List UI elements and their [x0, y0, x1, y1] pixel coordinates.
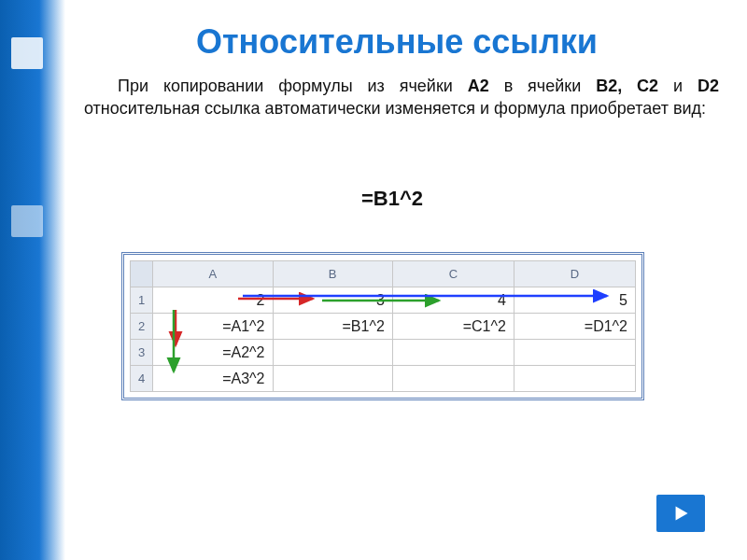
slide: Относительные ссылки При копировании фор…: [0, 0, 747, 560]
table-row: 4 =A3^2: [131, 366, 636, 392]
spreadsheet-frame: A B C D 1 2 3 4 5 2 =A1^2 =B1^2 =C1^2 =D…: [121, 252, 644, 400]
cell: =D1^2: [514, 314, 635, 340]
page-title: Относительные ссылки: [65, 22, 728, 62]
col-header: C: [392, 261, 514, 287]
para-bold: B2, С2: [596, 77, 658, 95]
para-text: и: [673, 77, 698, 95]
spreadsheet-table: A B C D 1 2 3 4 5 2 =A1^2 =B1^2 =C1^2 =D…: [130, 260, 636, 392]
para-text: относительная ссылка автоматически измен…: [84, 99, 706, 118]
row-header: 1: [131, 287, 153, 314]
para-bold: А2: [468, 77, 489, 95]
cell: 4: [392, 287, 514, 314]
cell: =A2^2: [153, 340, 273, 366]
cell: 5: [514, 287, 635, 314]
cell: =A1^2: [153, 314, 273, 340]
cell: =B1^2: [273, 314, 392, 340]
col-header: D: [514, 261, 635, 287]
cell: =A3^2: [153, 366, 273, 392]
play-icon: [669, 501, 693, 525]
col-header: A: [153, 261, 273, 287]
formula-overlay: =B1^2: [65, 187, 719, 211]
table-row: 2 =A1^2 =B1^2 =C1^2 =D1^2: [131, 314, 636, 340]
cell: [273, 366, 392, 392]
table-row: 3 =A2^2: [131, 340, 636, 366]
para-bold: D2: [698, 77, 719, 95]
row-header: 2: [131, 314, 153, 340]
cell: 2: [153, 287, 273, 314]
corner-cell: [131, 261, 153, 287]
cell: [392, 366, 514, 392]
body-paragraph: При копировании формулы из ячейки А2 в я…: [84, 75, 719, 120]
header-row: A B C D: [131, 261, 636, 287]
para-text: в ячейки: [504, 77, 597, 95]
table-row: 1 2 3 4 5: [131, 287, 636, 314]
col-header: B: [273, 261, 392, 287]
decor-square: [11, 37, 43, 69]
cell: [273, 340, 392, 366]
cell: 3: [273, 287, 392, 314]
next-button[interactable]: [656, 495, 705, 532]
decor-square: [11, 205, 43, 237]
row-header: 3: [131, 340, 153, 366]
cell: [514, 340, 635, 366]
cell: [514, 366, 635, 392]
cell: =C1^2: [392, 314, 514, 340]
sidebar-decor: [0, 0, 65, 560]
cell: [392, 340, 514, 366]
row-header: 4: [131, 366, 153, 392]
para-text: При копировании формулы из ячейки: [118, 77, 468, 95]
